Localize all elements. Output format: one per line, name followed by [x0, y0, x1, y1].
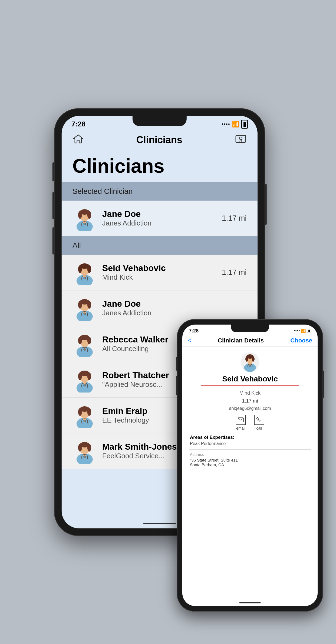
- svg-point-34: [87, 372, 91, 380]
- map-icon[interactable]: [235, 134, 247, 146]
- time-main: 7:28: [71, 120, 85, 128]
- email-label: email: [236, 426, 245, 430]
- svg-rect-0: [236, 135, 246, 142]
- info-0: Seid Vehabovic Mind Kick: [102, 263, 216, 282]
- nav-bar-main: Clinicians: [62, 129, 258, 151]
- svg-point-58: [249, 365, 251, 367]
- selected-clinician-info: Jane Doe Janes Addiction: [102, 209, 216, 227]
- avatar-0: [73, 260, 97, 285]
- selected-org: Janes Addiction: [102, 219, 216, 227]
- address-line2: Santa Barbara, CA: [190, 462, 310, 467]
- notch-main: [133, 116, 187, 126]
- detail-expertise: Areas of Expertises: Peak Performance: [189, 435, 311, 446]
- detail-distance: 1.17 mi: [189, 398, 311, 404]
- detail-divider: [201, 385, 299, 386]
- svg-point-55: [245, 356, 248, 362]
- expertise-title: Areas of Expertises:: [190, 435, 310, 440]
- svg-rect-59: [238, 418, 243, 422]
- page-title: Clinicians: [73, 156, 247, 176]
- address-line1: "35 State Street, Suite 411": [190, 458, 310, 462]
- selected-name: Jane Doe: [102, 209, 216, 219]
- battery-icon-main: ▮: [241, 120, 248, 129]
- svg-point-19: [78, 301, 82, 309]
- battery-icon-secondary: ▮: [307, 329, 311, 333]
- detail-email-text: aniqeeg6@gmail.com: [189, 406, 311, 411]
- status-icons-secondary: 📶 ▮: [294, 329, 311, 333]
- list-item[interactable]: Seid Vehabovic Mind Kick 1.17 mi: [62, 255, 258, 290]
- email-icon[interactable]: [236, 415, 246, 425]
- svg-point-27: [87, 337, 91, 344]
- avatar-1: [73, 295, 97, 321]
- expertise-value: Peak Performance: [190, 441, 310, 446]
- scene: 7:28 📶 ▮: [0, 0, 336, 644]
- svg-point-26: [78, 337, 82, 344]
- email-action[interactable]: email: [236, 415, 246, 430]
- detail-nav: < Clinician Details Choose: [182, 335, 318, 346]
- selected-distance: 1.17 mi: [222, 214, 247, 223]
- svg-point-50: [84, 456, 86, 458]
- svg-point-56: [252, 356, 255, 362]
- avatar-selected: [73, 205, 97, 231]
- detail-avatar: [241, 352, 259, 372]
- detail-clinician-name: Seid Vehabovic: [189, 375, 311, 383]
- choose-button[interactable]: Choose: [290, 337, 312, 344]
- svg-point-22: [84, 313, 86, 315]
- signal-dots-sm: [294, 330, 300, 331]
- name-0: Seid Vehabovic: [102, 263, 216, 273]
- call-action[interactable]: call: [254, 415, 264, 430]
- svg-point-47: [78, 444, 82, 452]
- svg-point-36: [84, 384, 86, 386]
- home-icon[interactable]: [73, 134, 84, 146]
- status-icons-main: 📶 ▮: [222, 120, 248, 129]
- avatar-5: [73, 438, 97, 464]
- svg-point-12: [78, 265, 82, 273]
- selected-section-label: Selected Clinician: [73, 187, 133, 195]
- detail-address: Address "35 State Street, Suite 411" San…: [189, 449, 311, 467]
- avatar-3: [73, 367, 97, 393]
- call-label: call: [256, 426, 262, 430]
- svg-point-48: [87, 444, 91, 452]
- org-1: Janes Addiction: [102, 309, 241, 317]
- back-button[interactable]: <: [188, 337, 191, 344]
- svg-point-40: [78, 408, 82, 416]
- phone-secondary: 7:28 📶 ▮ < Clinician Details Choose: [177, 319, 323, 612]
- wifi-icon-secondary: 📶: [301, 329, 306, 333]
- all-section-header: All: [62, 236, 258, 255]
- svg-point-8: [84, 223, 86, 225]
- org-0: Mind Kick: [102, 273, 216, 282]
- detail-actions: email call: [189, 415, 311, 430]
- svg-point-29: [84, 348, 86, 351]
- selected-section-header: Selected Clinician: [62, 182, 258, 201]
- svg-point-43: [84, 420, 86, 422]
- detail-content: Seid Vehabovic Mind Kick 1.17 mi aniqeeg…: [182, 346, 318, 472]
- detail-org: Mind Kick: [189, 390, 311, 396]
- info-1: Jane Doe Janes Addiction: [102, 299, 241, 317]
- distance-0: 1.17 mi: [222, 268, 247, 277]
- nav-title-main: Clinicians: [136, 134, 182, 146]
- detail-nav-title: Clinician Details: [218, 337, 264, 344]
- time-secondary: 7:28: [189, 328, 199, 334]
- address-label: Address: [190, 452, 310, 457]
- svg-point-33: [78, 372, 82, 380]
- name-1: Jane Doe: [102, 299, 241, 309]
- svg-point-5: [78, 211, 82, 219]
- svg-point-41: [87, 408, 91, 416]
- selected-clinician-item[interactable]: Jane Doe Janes Addiction 1.17 mi: [62, 201, 258, 236]
- svg-point-1: [239, 137, 242, 140]
- wifi-icon-main: 📶: [232, 121, 239, 128]
- secondary-screen: 7:28 📶 ▮ < Clinician Details Choose: [182, 325, 318, 606]
- svg-point-13: [87, 265, 91, 273]
- signal-dots: [222, 123, 230, 125]
- notch-secondary: [231, 325, 269, 332]
- home-indicator-main: [143, 523, 176, 524]
- all-section-label: All: [73, 241, 81, 250]
- svg-point-6: [87, 211, 91, 219]
- avatar-2: [73, 331, 97, 357]
- svg-point-15: [84, 277, 86, 279]
- home-indicator-secondary: [239, 602, 261, 603]
- page-title-area: Clinicians: [62, 151, 258, 182]
- avatar-4: [73, 403, 97, 428]
- svg-point-20: [87, 301, 91, 309]
- call-icon[interactable]: [254, 415, 264, 425]
